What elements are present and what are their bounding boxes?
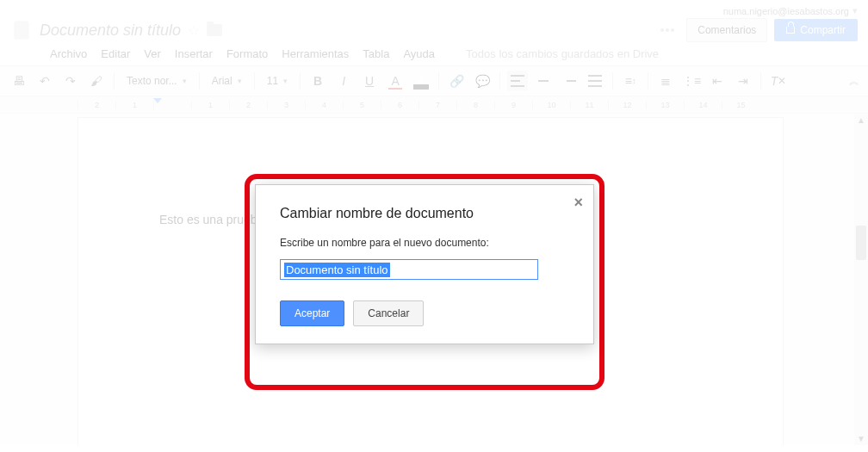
- insert-link-icon[interactable]: 🔗: [446, 71, 467, 91]
- paint-format-icon[interactable]: 🖌: [86, 71, 107, 91]
- bulleted-list-icon[interactable]: ⋮≡: [681, 71, 702, 91]
- menu-bar: Archivo Editar Ver Insertar Formato Herr…: [10, 42, 858, 65]
- rename-dialog: × Cambiar nombre de documento Escribe un…: [255, 184, 594, 344]
- lock-icon: [786, 27, 795, 34]
- scroll-up-icon[interactable]: ▲: [857, 115, 865, 125]
- menu-tabla[interactable]: Tabla: [363, 47, 389, 60]
- share-button[interactable]: Compartir: [774, 19, 858, 41]
- comments-button[interactable]: Comentarios: [686, 18, 767, 42]
- bold-icon[interactable]: B: [307, 71, 328, 91]
- align-center-icon[interactable]: [533, 71, 554, 91]
- chat-icon[interactable]: [660, 28, 674, 32]
- rename-input-value: Documento sin título: [284, 263, 390, 277]
- text-color-icon[interactable]: A: [385, 71, 406, 91]
- undo-icon[interactable]: ↶: [34, 71, 55, 91]
- horizontal-ruler[interactable]: 21 123 456 789 101112 131415: [0, 96, 868, 114]
- redo-icon[interactable]: ↷: [60, 71, 81, 91]
- line-spacing-icon[interactable]: ≡↕: [620, 71, 641, 91]
- font-size-select[interactable]: 11▾: [262, 75, 293, 87]
- menu-formato[interactable]: Formato: [226, 47, 268, 60]
- scroll-down-icon[interactable]: ▼: [857, 434, 865, 443]
- move-folder-icon[interactable]: [207, 24, 222, 36]
- print-icon[interactable]: 🖶: [9, 71, 29, 91]
- underline-icon[interactable]: U: [359, 71, 380, 91]
- toolbar: 🖶 ↶ ↷ 🖌 Texto nor...▾ Arial▾ 11▾ B I U A…: [0, 65, 868, 96]
- insert-comment-icon[interactable]: 💬: [472, 71, 493, 91]
- cancel-button[interactable]: Cancelar: [353, 300, 424, 326]
- save-status: Todos los cambios guardados en Drive: [466, 47, 659, 60]
- italic-icon[interactable]: I: [333, 71, 354, 91]
- docs-logo-icon: [10, 19, 33, 41]
- paragraph-style-select[interactable]: Texto nor...▾: [121, 75, 192, 87]
- dialog-close-icon[interactable]: ×: [574, 194, 583, 212]
- dialog-title: Cambiar nombre de documento: [280, 206, 569, 221]
- accept-button[interactable]: Aceptar: [280, 300, 344, 326]
- scroll-thumb[interactable]: [856, 226, 866, 260]
- document-title[interactable]: Documento sin título: [40, 22, 181, 40]
- dialog-prompt: Escribe un nombre para el nuevo document…: [280, 237, 569, 249]
- rename-input[interactable]: Documento sin título: [280, 259, 538, 280]
- menu-ver[interactable]: Ver: [144, 47, 161, 60]
- star-icon[interactable]: ☆: [188, 22, 200, 39]
- indent-marker-icon[interactable]: [153, 98, 162, 103]
- decrease-indent-icon[interactable]: ⇤: [707, 71, 728, 91]
- menu-editar[interactable]: Editar: [101, 47, 130, 60]
- menu-archivo[interactable]: Archivo: [50, 47, 87, 60]
- menu-ayuda[interactable]: Ayuda: [403, 47, 435, 60]
- highlight-color-icon[interactable]: A: [411, 71, 431, 91]
- collapse-toolbar-icon[interactable]: ︽: [849, 74, 859, 89]
- svg-rect-0: [14, 21, 28, 40]
- align-right-icon[interactable]: [559, 71, 580, 91]
- clear-formatting-icon[interactable]: T✕: [768, 71, 789, 91]
- align-justify-icon[interactable]: [585, 71, 605, 91]
- share-label: Compartir: [800, 24, 846, 36]
- vertical-scrollbar[interactable]: ▲ ▼: [854, 114, 868, 445]
- user-email[interactable]: numa.nigerio@iesabastos.org: [723, 6, 849, 16]
- menu-herramientas[interactable]: Herramientas: [282, 47, 349, 60]
- user-menu-caret-icon[interactable]: ▾: [852, 5, 858, 16]
- align-left-icon[interactable]: [507, 71, 528, 91]
- numbered-list-icon[interactable]: ≣: [655, 71, 676, 91]
- font-family-select[interactable]: Arial▾: [207, 75, 247, 87]
- menu-insertar[interactable]: Insertar: [175, 47, 213, 60]
- increase-indent-icon[interactable]: ⇥: [733, 71, 753, 91]
